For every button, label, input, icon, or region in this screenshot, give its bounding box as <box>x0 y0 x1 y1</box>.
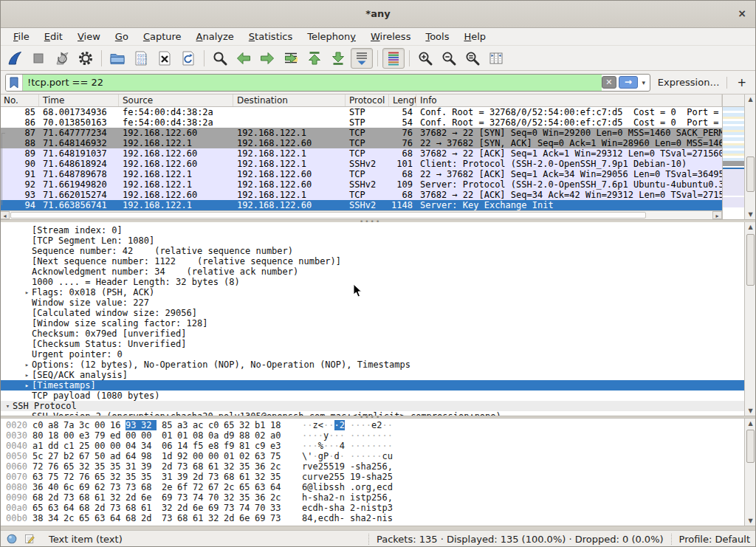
open-file-button[interactable] <box>106 48 128 69</box>
capture-options-button[interactable] <box>75 48 97 69</box>
expander-expanded-icon[interactable]: ▾ <box>3 401 13 411</box>
scroll-up-arrow-icon[interactable]: ▲ <box>745 94 756 104</box>
save-file-button[interactable]: 010101100111 <box>130 48 152 69</box>
auto-scroll-button[interactable] <box>351 48 373 69</box>
menu-analyze[interactable]: Analyze <box>189 28 241 45</box>
detail-line[interactable]: ▸[SEQ/ACK analysis] <box>0 370 744 380</box>
detail-line[interactable]: [Calculated window size: 29056] <box>0 308 744 318</box>
hex-row-0030[interactable]: 0030801800e379ed00000101080ad98802a0····… <box>6 430 744 441</box>
hex-row-0060[interactable]: 006072766532353531392d7368613235362crve2… <box>6 461 744 472</box>
zoom-out-button[interactable] <box>438 48 460 69</box>
stop-capture-button[interactable] <box>27 48 49 69</box>
menu-file[interactable]: File <box>6 28 37 45</box>
vscroll-thumb[interactable] <box>746 430 755 463</box>
packet-row-86[interactable]: 8670.013850163fe:54:00:d4:38:2aSTP54Conf… <box>0 117 722 128</box>
detail-line[interactable]: 1000 .... = Header Length: 32 bytes (8) <box>0 277 744 287</box>
menu-view[interactable]: View <box>70 28 108 45</box>
go-forward-button[interactable] <box>256 48 278 69</box>
packet-row-89[interactable]: 8971.648191037192.168.122.60192.168.122.… <box>0 148 722 159</box>
title-bar[interactable]: *any × <box>0 0 756 28</box>
pane-splitter-top[interactable]: •••• <box>0 219 756 222</box>
detail-line[interactable]: Window size value: 227 <box>0 297 744 308</box>
detail-line[interactable]: Sequence number: 42 (relative sequence n… <box>0 246 744 256</box>
hex-row-0090[interactable]: 0090682d736861322d6e697374703235362ch-sh… <box>6 492 744 503</box>
expander-collapsed-icon[interactable]: ▸ <box>22 380 32 391</box>
column-header-length[interactable]: Length <box>389 94 416 106</box>
scroll-up-arrow-icon[interactable]: ▲ <box>745 222 756 232</box>
column-header-destination[interactable]: Destination <box>233 94 346 106</box>
find-packet-button[interactable] <box>209 48 231 69</box>
detail-line[interactable]: [Next sequence number: 1122 (relative se… <box>0 256 744 266</box>
detail-line[interactable]: Urgent pointer: 0 <box>0 349 744 359</box>
packet-list-vscrollbar[interactable]: ▲ ▼ <box>744 94 756 219</box>
intelligent-scrollbar-minimap[interactable] <box>722 94 744 219</box>
detail-line[interactable]: [Stream index: 0] <box>0 225 744 235</box>
scroll-down-arrow-icon[interactable]: ▼ <box>745 210 756 219</box>
colorize-button[interactable] <box>382 48 405 69</box>
packet-row-92[interactable]: 9271.661949820192.168.122.1192.168.122.6… <box>0 179 722 190</box>
column-header-time[interactable]: Time <box>39 94 119 106</box>
display-filter-input[interactable] <box>23 75 602 91</box>
scroll-down-arrow-icon[interactable]: ▼ <box>745 516 756 526</box>
packet-row-88[interactable]: 8871.648146932192.168.122.1192.168.122.6… <box>0 138 722 148</box>
hscroll-right-arrow-icon[interactable]: ▸ <box>712 211 722 219</box>
packet-row-93[interactable]: 9371.662015274192.168.122.60192.168.122.… <box>0 190 722 200</box>
menu-edit[interactable]: Edit <box>37 28 70 45</box>
detail-line[interactable]: ▸[Timestamps] <box>0 380 744 391</box>
expander-collapsed-icon[interactable]: ▸ <box>22 359 32 370</box>
detail-line[interactable]: Acknowledgment number: 34 (relative ack … <box>0 266 744 277</box>
column-header-info[interactable]: Info <box>416 94 722 106</box>
expander-collapsed-icon[interactable]: ▸ <box>22 287 32 297</box>
column-header-no[interactable]: No. <box>0 94 39 106</box>
hex-row-0080[interactable]: 008036406c69627373682e6f72672c6563646@li… <box>6 482 744 492</box>
packet-row-87[interactable]: 8771.647777234192.168.122.60192.168.122.… <box>0 128 722 138</box>
column-header-protocol[interactable]: Protocol <box>346 94 389 106</box>
menu-help[interactable]: Help <box>456 28 493 45</box>
expression-button[interactable]: Expression… <box>656 77 722 88</box>
detail-line[interactable]: ▸Flags: 0x018 (PSH, ACK) <box>0 287 744 297</box>
detail-line[interactable]: [TCP Segment Len: 1080] <box>0 235 744 246</box>
details-vscrollbar[interactable]: ▲ ▼ <box>744 222 756 416</box>
hex-row-00a0[interactable]: 00a0656364682d736861322d6e6973747033ecdh… <box>6 503 744 513</box>
detail-line[interactable]: TCP payload (1080 bytes) <box>0 391 744 401</box>
go-first-button[interactable] <box>303 48 326 69</box>
close-icon[interactable]: × <box>736 7 748 19</box>
scroll-up-arrow-icon[interactable]: ▲ <box>745 419 756 428</box>
menu-telephony[interactable]: Telephony <box>300 28 363 45</box>
hex-row-0050[interactable]: 00505c27b26750ad64981d92000001026375\'·g… <box>6 451 744 461</box>
hscroll-left-arrow-icon[interactable]: ◂ <box>0 211 10 219</box>
menu-tools[interactable]: Tools <box>418 28 456 45</box>
menu-wireless[interactable]: Wireless <box>363 28 418 45</box>
capture-comment-button[interactable] <box>24 533 36 546</box>
menu-capture[interactable]: Capture <box>136 28 189 45</box>
filter-clear-button[interactable]: ✕ <box>602 76 616 89</box>
menu-statistics[interactable]: Statistics <box>241 28 300 45</box>
pane-splitter-bottom[interactable]: •••• <box>0 416 756 418</box>
packet-row-90[interactable]: 9071.648618924192.168.122.60192.168.122.… <box>0 159 722 169</box>
hex-dump[interactable]: 0020c0a87a3c0016933285a3acc06532b118··z<… <box>0 419 744 526</box>
status-profile[interactable]: Profile: Default <box>671 534 750 545</box>
detail-line[interactable]: Checksum: 0x79ed [unverified] <box>0 328 744 339</box>
vscroll-thumb[interactable] <box>746 156 755 192</box>
start-capture-button[interactable] <box>4 48 26 69</box>
hex-row-0070[interactable]: 0070637572766532353531392d7368613235curv… <box>6 472 744 482</box>
hex-row-00b0[interactable]: 00b038342c656364682d736861322d6e697384,e… <box>6 513 744 523</box>
zoom-reset-button[interactable] <box>461 48 484 69</box>
hscroll-thumb[interactable] <box>10 212 646 219</box>
zoom-in-button[interactable] <box>414 48 436 69</box>
scroll-down-arrow-icon[interactable]: ▼ <box>745 406 756 416</box>
detail-line[interactable]: ▾SSH Protocol <box>0 401 744 411</box>
hex-row-0040[interactable]: 0040a1ddc125000004340614f5e8f981c9e3···%… <box>6 441 744 451</box>
resize-columns-button[interactable] <box>485 48 507 69</box>
close-file-button[interactable] <box>154 48 176 69</box>
filter-add-button[interactable]: + <box>732 76 751 89</box>
filter-apply-button[interactable]: → <box>619 76 638 89</box>
go-last-button[interactable] <box>327 48 349 69</box>
restart-capture-button[interactable] <box>51 48 73 69</box>
expander-collapsed-icon[interactable]: ▸ <box>22 370 32 380</box>
filter-bookmark-button[interactable] <box>6 75 23 91</box>
go-to-packet-button[interactable] <box>280 48 302 69</box>
detail-line[interactable]: [Checksum Status: Unverified] <box>0 339 744 349</box>
reload-file-button[interactable] <box>177 48 199 69</box>
detail-line[interactable]: [Window size scaling factor: 128] <box>0 318 744 328</box>
